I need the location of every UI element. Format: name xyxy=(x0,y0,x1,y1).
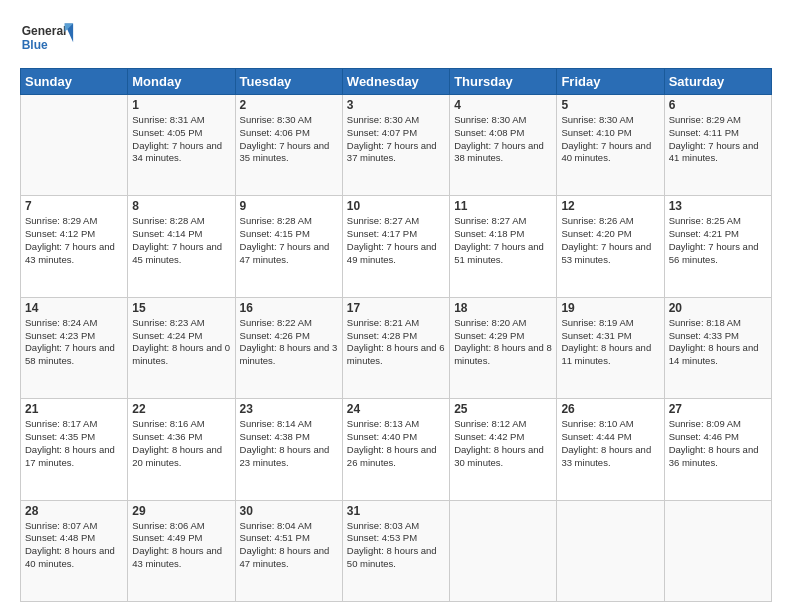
day-info: Sunrise: 8:07 AMSunset: 4:48 PMDaylight:… xyxy=(25,520,123,571)
day-info: Sunrise: 8:30 AMSunset: 4:10 PMDaylight:… xyxy=(561,114,659,165)
calendar-cell: 14Sunrise: 8:24 AMSunset: 4:23 PMDayligh… xyxy=(21,297,128,398)
day-info: Sunrise: 8:10 AMSunset: 4:44 PMDaylight:… xyxy=(561,418,659,469)
day-number: 28 xyxy=(25,504,123,518)
day-number: 22 xyxy=(132,402,230,416)
day-number: 9 xyxy=(240,199,338,213)
page: General Blue SundayMondayTuesdayWednesda… xyxy=(0,0,792,612)
calendar-cell: 20Sunrise: 8:18 AMSunset: 4:33 PMDayligh… xyxy=(664,297,771,398)
day-info: Sunrise: 8:04 AMSunset: 4:51 PMDaylight:… xyxy=(240,520,338,571)
header: General Blue xyxy=(20,16,772,60)
calendar-week-row: 1Sunrise: 8:31 AMSunset: 4:05 PMDaylight… xyxy=(21,95,772,196)
day-number: 2 xyxy=(240,98,338,112)
day-info: Sunrise: 8:09 AMSunset: 4:46 PMDaylight:… xyxy=(669,418,767,469)
day-info: Sunrise: 8:29 AMSunset: 4:12 PMDaylight:… xyxy=(25,215,123,266)
calendar-cell: 26Sunrise: 8:10 AMSunset: 4:44 PMDayligh… xyxy=(557,399,664,500)
day-number: 18 xyxy=(454,301,552,315)
day-info: Sunrise: 8:30 AMSunset: 4:06 PMDaylight:… xyxy=(240,114,338,165)
day-info: Sunrise: 8:14 AMSunset: 4:38 PMDaylight:… xyxy=(240,418,338,469)
day-number: 3 xyxy=(347,98,445,112)
day-info: Sunrise: 8:27 AMSunset: 4:18 PMDaylight:… xyxy=(454,215,552,266)
calendar-cell: 28Sunrise: 8:07 AMSunset: 4:48 PMDayligh… xyxy=(21,500,128,601)
calendar-week-row: 14Sunrise: 8:24 AMSunset: 4:23 PMDayligh… xyxy=(21,297,772,398)
calendar-cell: 10Sunrise: 8:27 AMSunset: 4:17 PMDayligh… xyxy=(342,196,449,297)
calendar-cell: 8Sunrise: 8:28 AMSunset: 4:14 PMDaylight… xyxy=(128,196,235,297)
column-header-thursday: Thursday xyxy=(450,69,557,95)
day-number: 19 xyxy=(561,301,659,315)
calendar-cell: 24Sunrise: 8:13 AMSunset: 4:40 PMDayligh… xyxy=(342,399,449,500)
day-info: Sunrise: 8:27 AMSunset: 4:17 PMDaylight:… xyxy=(347,215,445,266)
day-number: 21 xyxy=(25,402,123,416)
day-number: 15 xyxy=(132,301,230,315)
calendar-cell: 17Sunrise: 8:21 AMSunset: 4:28 PMDayligh… xyxy=(342,297,449,398)
calendar-cell: 25Sunrise: 8:12 AMSunset: 4:42 PMDayligh… xyxy=(450,399,557,500)
logo-icon: General Blue xyxy=(20,16,80,60)
calendar-cell: 29Sunrise: 8:06 AMSunset: 4:49 PMDayligh… xyxy=(128,500,235,601)
day-number: 11 xyxy=(454,199,552,213)
day-number: 27 xyxy=(669,402,767,416)
calendar-week-row: 28Sunrise: 8:07 AMSunset: 4:48 PMDayligh… xyxy=(21,500,772,601)
day-info: Sunrise: 8:06 AMSunset: 4:49 PMDaylight:… xyxy=(132,520,230,571)
day-number: 14 xyxy=(25,301,123,315)
column-header-saturday: Saturday xyxy=(664,69,771,95)
svg-text:General: General xyxy=(22,24,67,38)
calendar-cell: 12Sunrise: 8:26 AMSunset: 4:20 PMDayligh… xyxy=(557,196,664,297)
day-number: 25 xyxy=(454,402,552,416)
column-header-tuesday: Tuesday xyxy=(235,69,342,95)
day-info: Sunrise: 8:28 AMSunset: 4:14 PMDaylight:… xyxy=(132,215,230,266)
day-info: Sunrise: 8:03 AMSunset: 4:53 PMDaylight:… xyxy=(347,520,445,571)
day-info: Sunrise: 8:29 AMSunset: 4:11 PMDaylight:… xyxy=(669,114,767,165)
svg-text:Blue: Blue xyxy=(22,38,48,52)
calendar-cell: 7Sunrise: 8:29 AMSunset: 4:12 PMDaylight… xyxy=(21,196,128,297)
day-number: 10 xyxy=(347,199,445,213)
day-info: Sunrise: 8:20 AMSunset: 4:29 PMDaylight:… xyxy=(454,317,552,368)
calendar-cell: 15Sunrise: 8:23 AMSunset: 4:24 PMDayligh… xyxy=(128,297,235,398)
day-info: Sunrise: 8:21 AMSunset: 4:28 PMDaylight:… xyxy=(347,317,445,368)
calendar-cell: 30Sunrise: 8:04 AMSunset: 4:51 PMDayligh… xyxy=(235,500,342,601)
day-info: Sunrise: 8:16 AMSunset: 4:36 PMDaylight:… xyxy=(132,418,230,469)
day-number: 24 xyxy=(347,402,445,416)
day-number: 5 xyxy=(561,98,659,112)
day-number: 4 xyxy=(454,98,552,112)
day-info: Sunrise: 8:22 AMSunset: 4:26 PMDaylight:… xyxy=(240,317,338,368)
calendar-cell: 3Sunrise: 8:30 AMSunset: 4:07 PMDaylight… xyxy=(342,95,449,196)
day-number: 31 xyxy=(347,504,445,518)
day-info: Sunrise: 8:30 AMSunset: 4:08 PMDaylight:… xyxy=(454,114,552,165)
calendar-cell xyxy=(21,95,128,196)
calendar-week-row: 21Sunrise: 8:17 AMSunset: 4:35 PMDayligh… xyxy=(21,399,772,500)
day-number: 16 xyxy=(240,301,338,315)
day-info: Sunrise: 8:25 AMSunset: 4:21 PMDaylight:… xyxy=(669,215,767,266)
column-header-wednesday: Wednesday xyxy=(342,69,449,95)
calendar-cell: 5Sunrise: 8:30 AMSunset: 4:10 PMDaylight… xyxy=(557,95,664,196)
day-info: Sunrise: 8:19 AMSunset: 4:31 PMDaylight:… xyxy=(561,317,659,368)
calendar-cell: 19Sunrise: 8:19 AMSunset: 4:31 PMDayligh… xyxy=(557,297,664,398)
day-info: Sunrise: 8:17 AMSunset: 4:35 PMDaylight:… xyxy=(25,418,123,469)
calendar-cell: 16Sunrise: 8:22 AMSunset: 4:26 PMDayligh… xyxy=(235,297,342,398)
calendar-cell xyxy=(450,500,557,601)
calendar-cell xyxy=(664,500,771,601)
calendar-cell: 6Sunrise: 8:29 AMSunset: 4:11 PMDaylight… xyxy=(664,95,771,196)
column-header-monday: Monday xyxy=(128,69,235,95)
day-info: Sunrise: 8:18 AMSunset: 4:33 PMDaylight:… xyxy=(669,317,767,368)
column-header-friday: Friday xyxy=(557,69,664,95)
day-number: 8 xyxy=(132,199,230,213)
calendar-cell: 9Sunrise: 8:28 AMSunset: 4:15 PMDaylight… xyxy=(235,196,342,297)
calendar-cell: 13Sunrise: 8:25 AMSunset: 4:21 PMDayligh… xyxy=(664,196,771,297)
day-info: Sunrise: 8:30 AMSunset: 4:07 PMDaylight:… xyxy=(347,114,445,165)
column-header-sunday: Sunday xyxy=(21,69,128,95)
day-info: Sunrise: 8:31 AMSunset: 4:05 PMDaylight:… xyxy=(132,114,230,165)
day-info: Sunrise: 8:13 AMSunset: 4:40 PMDaylight:… xyxy=(347,418,445,469)
calendar-cell: 31Sunrise: 8:03 AMSunset: 4:53 PMDayligh… xyxy=(342,500,449,601)
day-info: Sunrise: 8:23 AMSunset: 4:24 PMDaylight:… xyxy=(132,317,230,368)
day-info: Sunrise: 8:28 AMSunset: 4:15 PMDaylight:… xyxy=(240,215,338,266)
day-info: Sunrise: 8:24 AMSunset: 4:23 PMDaylight:… xyxy=(25,317,123,368)
logo: General Blue xyxy=(20,16,80,60)
day-number: 13 xyxy=(669,199,767,213)
calendar-cell: 21Sunrise: 8:17 AMSunset: 4:35 PMDayligh… xyxy=(21,399,128,500)
calendar-cell: 23Sunrise: 8:14 AMSunset: 4:38 PMDayligh… xyxy=(235,399,342,500)
calendar-week-row: 7Sunrise: 8:29 AMSunset: 4:12 PMDaylight… xyxy=(21,196,772,297)
calendar-cell: 27Sunrise: 8:09 AMSunset: 4:46 PMDayligh… xyxy=(664,399,771,500)
day-number: 1 xyxy=(132,98,230,112)
calendar-cell: 1Sunrise: 8:31 AMSunset: 4:05 PMDaylight… xyxy=(128,95,235,196)
day-number: 7 xyxy=(25,199,123,213)
calendar-cell: 4Sunrise: 8:30 AMSunset: 4:08 PMDaylight… xyxy=(450,95,557,196)
